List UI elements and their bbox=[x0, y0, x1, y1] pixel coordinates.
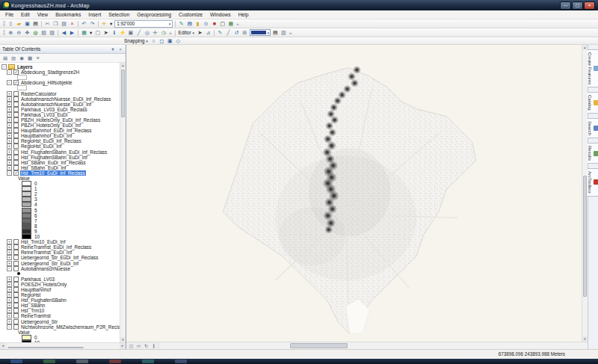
edit-annotation-button[interactable]: ⊿ bbox=[204, 29, 212, 37]
layer-visibility-checkbox[interactable] bbox=[13, 149, 19, 155]
value-color-swatch[interactable] bbox=[22, 218, 31, 223]
toc-layer-row[interactable]: +Hst_Trm10 bbox=[1, 308, 120, 313]
expander-icon[interactable]: − bbox=[7, 324, 12, 330]
expander-icon[interactable]: + bbox=[7, 91, 12, 96]
menu-item-bookmarks[interactable]: Bookmarks bbox=[52, 10, 84, 19]
layer-name[interactable]: Hst_FlughafenSBahn bbox=[20, 297, 67, 303]
toc-layer-row[interactable]: +Hst_Trm10_EuDi_Inf bbox=[1, 239, 120, 244]
layer-name[interactable]: RasterCalculator bbox=[20, 91, 58, 96]
toc-layer-row[interactable]: +Hst_SBahn bbox=[1, 303, 120, 308]
close-button[interactable]: × bbox=[584, 1, 595, 10]
layer-name[interactable]: Hauptbahnhof bbox=[20, 287, 52, 292]
toc-layer-row[interactable]: +PBZH_HotelsOnly_EuDi_Inf bbox=[1, 123, 120, 128]
layer-name[interactable]: POESZH_HotelsOnly bbox=[20, 282, 67, 287]
arctoolbox-button[interactable]: ■ bbox=[210, 20, 218, 28]
expander-icon[interactable]: + bbox=[7, 303, 12, 308]
toolbar-grip[interactable] bbox=[3, 30, 5, 36]
toc-layer-row[interactable]: +Parkhaus_LV03_EuDi bbox=[1, 112, 120, 117]
snap-edge-toggle[interactable]: ◇ bbox=[174, 37, 182, 45]
expander-icon[interactable]: − bbox=[7, 170, 12, 176]
toc-symbol-row[interactable] bbox=[1, 75, 120, 80]
layer-visibility-checkbox[interactable] bbox=[13, 303, 19, 308]
time-slider-button[interactable]: ◷ bbox=[159, 29, 167, 37]
toc-layer-row[interactable]: +Hst_FlughafenSBahn_EuDi_Inf bbox=[1, 155, 120, 160]
toc-layer-row[interactable]: +ReineTramhst_EuDi_Inf_Reclass bbox=[1, 244, 120, 250]
expander-icon[interactable]: + bbox=[7, 297, 12, 303]
expander-icon[interactable]: − bbox=[7, 80, 12, 85]
toc-group-row[interactable]: −Layers bbox=[1, 64, 120, 70]
fixed-zoom-out-button[interactable]: ▨ bbox=[48, 29, 56, 37]
toc-symbol-row[interactable] bbox=[1, 271, 120, 277]
menu-item-insert[interactable]: Insert bbox=[84, 10, 105, 19]
fixed-zoom-in-button[interactable]: ▧ bbox=[40, 29, 48, 37]
layer-visibility-checkbox[interactable] bbox=[13, 96, 19, 102]
editor-menu[interactable]: Editor ▾ bbox=[177, 30, 196, 35]
layer-visibility-checkbox[interactable] bbox=[13, 266, 19, 271]
value-color-swatch[interactable] bbox=[22, 186, 31, 191]
copy-button[interactable]: ❐ bbox=[52, 20, 60, 28]
toc-value-row[interactable]: 4 bbox=[1, 202, 120, 207]
layer-name[interactable]: PBZH_HotelsOnly_EuDi_Inf bbox=[20, 123, 81, 128]
minimize-button[interactable]: — bbox=[560, 1, 571, 10]
attributes-button[interactable]: ▤ bbox=[271, 29, 280, 37]
list-by-visibility-button[interactable]: ◉ bbox=[18, 55, 25, 61]
zoom-out-button[interactable]: ⊖ bbox=[15, 29, 23, 37]
layer-visibility-checkbox[interactable] bbox=[13, 117, 19, 123]
expander-icon[interactable]: + bbox=[7, 313, 12, 318]
list-by-drawing-order-button[interactable]: ▤ bbox=[1, 55, 9, 61]
expander-icon[interactable]: + bbox=[7, 277, 12, 282]
expander-icon[interactable]: + bbox=[7, 138, 12, 144]
maximize-button[interactable]: ▢ bbox=[572, 1, 583, 10]
toc-value-row[interactable]: 0 bbox=[1, 335, 120, 340]
layer-visibility-checkbox[interactable] bbox=[13, 102, 19, 107]
toc-layer-row[interactable]: +ReineTramhst bbox=[1, 313, 120, 318]
expander-icon[interactable]: + bbox=[7, 308, 12, 313]
toc-layer-row[interactable]: +Hst_FlughafenSBahn_EuDi_Inf_Reclass bbox=[1, 149, 120, 155]
expander-icon[interactable]: + bbox=[7, 165, 12, 170]
layer-visibility-checkbox[interactable]: ✓ bbox=[13, 170, 19, 176]
add-data-caret[interactable]: ▾ bbox=[108, 21, 114, 27]
toc-layer-row[interactable]: +Hauptbahnhof_EuDi_Inf bbox=[1, 133, 120, 138]
layer-name[interactable]: Nichtwohnzone_MitZwischenraum_P2R_Reclas… bbox=[20, 324, 120, 330]
toc-layer-row[interactable]: +Hst_FlughafenSBahn bbox=[1, 297, 120, 303]
layer-visibility-checkbox[interactable] bbox=[13, 123, 19, 128]
dock-tab-arctoolbox[interactable]: ArcToolbox bbox=[588, 168, 598, 197]
layer-name[interactable]: Abdeckung_Hilfsobjekte bbox=[20, 80, 73, 85]
select-features-caret[interactable]: ▾ bbox=[88, 30, 93, 36]
layer-visibility-checkbox[interactable]: ✓ bbox=[13, 70, 19, 75]
toolbar-overflow[interactable]: » bbox=[167, 31, 173, 35]
outline-symbol[interactable] bbox=[17, 85, 27, 90]
toc-layer-row[interactable]: +Hst_SBahn_EuDi_Inf_Reclass bbox=[1, 160, 120, 165]
pause-drawing-button[interactable]: ∥ bbox=[150, 343, 157, 349]
layer-visibility-checkbox[interactable] bbox=[13, 324, 19, 330]
snap-point-toggle[interactable]: ○ bbox=[150, 37, 158, 45]
layer-visibility-checkbox[interactable] bbox=[13, 133, 19, 138]
layer-visibility-checkbox[interactable] bbox=[13, 255, 19, 260]
paste-button[interactable]: ▨ bbox=[60, 20, 68, 28]
edit-tool-button[interactable]: ➤ bbox=[196, 29, 204, 37]
layer-visibility-checkbox[interactable] bbox=[13, 308, 19, 313]
point-symbol[interactable] bbox=[17, 272, 20, 275]
split-tool-button[interactable]: ╱ bbox=[224, 29, 232, 37]
open-button[interactable]: ▰ bbox=[15, 20, 23, 28]
value-color-swatch[interactable] bbox=[22, 234, 31, 239]
toc-layer-row[interactable]: +Uebergeornd_Str bbox=[1, 319, 120, 324]
layer-visibility-checkbox[interactable] bbox=[13, 155, 19, 160]
toc-layer-row[interactable]: +Uebergeornd_Str_EuDi_Inf_Reclass bbox=[1, 255, 120, 260]
rotate-tool-button[interactable]: ↺ bbox=[232, 29, 241, 37]
layer-name[interactable]: Abdeckung_Stadtgrenze2H bbox=[20, 70, 80, 75]
expander-icon[interactable]: − bbox=[1, 64, 7, 70]
toc-value-row[interactable]: 1 bbox=[1, 186, 120, 191]
layer-name[interactable]: Hst_Trm10_EuDi_Inf bbox=[20, 239, 66, 244]
new-document-button[interactable]: ▯ bbox=[7, 20, 15, 28]
expander-icon[interactable]: + bbox=[7, 112, 12, 117]
layer-name[interactable]: AutobahnanschNuesse bbox=[20, 266, 71, 271]
dock-tab-create-features[interactable]: Create Features bbox=[588, 49, 598, 87]
menu-item-windows[interactable]: Windows bbox=[206, 10, 235, 19]
expander-icon[interactable]: + bbox=[7, 160, 12, 165]
expander-icon[interactable]: + bbox=[7, 155, 12, 160]
table-of-contents-button[interactable]: ▤ bbox=[185, 20, 194, 28]
add-data-button[interactable]: ✛ bbox=[100, 20, 108, 28]
layer-name[interactable]: Hauptbahnhof_EuDi_Inf bbox=[20, 133, 73, 138]
value-color-swatch[interactable] bbox=[22, 229, 31, 234]
